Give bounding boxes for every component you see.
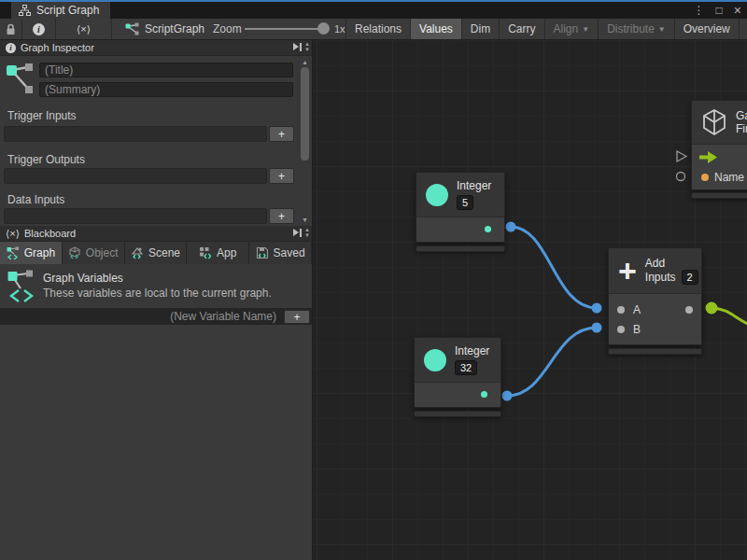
zoom-slider-handle[interactable] xyxy=(317,22,330,35)
tab-app-variables[interactable]: App xyxy=(187,242,249,264)
graph-name-label: ScriptGraph xyxy=(145,22,204,35)
trigger-inputs-empty-list xyxy=(4,126,267,142)
node-title-line1: GameObject xyxy=(736,109,747,122)
info-icon: i xyxy=(6,43,16,53)
data-inputs-label: Data Inputs xyxy=(7,193,64,206)
blackboard-toggle-button[interactable]: ⟨×⟩ xyxy=(56,19,112,39)
align-dropdown[interactable]: Align ▼ xyxy=(544,19,599,39)
graph-inspector-header: i Graph Inspector ▲▼ xyxy=(0,40,312,56)
node-integer-32[interactable]: Integer 32 xyxy=(414,337,501,408)
window-close-icon[interactable]: × xyxy=(734,2,741,19)
flow-arrow-icon[interactable] xyxy=(699,151,717,163)
port-row-a: A xyxy=(609,300,701,319)
overview-button[interactable]: Overview xyxy=(674,19,739,39)
port-b-label: B xyxy=(633,323,641,336)
trigger-outputs-empty-list xyxy=(4,168,267,184)
unconnected-flow-port-icon[interactable] xyxy=(677,151,686,161)
fullscreen-button[interactable]: Full Screen xyxy=(739,19,747,39)
connection-integer32-to-add-b[interactable] xyxy=(507,328,597,396)
node-title: Integer xyxy=(455,344,489,357)
variables-brackets-icon: ⟨×⟩ xyxy=(77,23,91,35)
name-port-row: Name xyxy=(692,167,747,188)
dock-panel-icon[interactable] xyxy=(293,43,302,51)
connection-integer5-to-add-a[interactable] xyxy=(511,227,597,308)
dock-panel-icon[interactable] xyxy=(293,229,302,237)
graph-breadcrumb[interactable]: ScriptGraph xyxy=(125,19,204,39)
node-footer xyxy=(691,192,747,199)
node-title: Integer xyxy=(457,179,491,192)
node-gameobject-find[interactable]: GameObject Find Name xyxy=(691,100,747,190)
tab-script-graph[interactable]: Script Graph xyxy=(11,2,110,19)
node-body: Name xyxy=(692,145,747,189)
edge-endpoint-dot[interactable] xyxy=(592,323,602,333)
window-maximize-icon[interactable]: □ xyxy=(716,2,723,19)
graph-variables-icon xyxy=(7,246,20,259)
node-header: + Add Inputs 2 xyxy=(609,248,701,294)
node-add[interactable]: + Add Inputs 2 A B xyxy=(608,247,702,345)
inspector-scrollbar[interactable]: ▲ ▼ xyxy=(299,56,311,226)
zoom-slider-track[interactable] xyxy=(245,28,325,30)
distribute-dropdown[interactable]: Distribute ▼ xyxy=(598,19,674,39)
scrollbar-thumb[interactable] xyxy=(301,67,309,161)
tab-graph-variables[interactable]: Graph xyxy=(0,242,63,264)
trigger-inputs-label: Trigger Inputs xyxy=(7,109,77,122)
add-icon: + xyxy=(618,257,637,285)
node-title: Add xyxy=(645,257,698,270)
add-variable-button[interactable]: + xyxy=(284,310,310,324)
tab-title: Script Graph xyxy=(36,4,99,17)
output-port-sum[interactable] xyxy=(685,306,693,314)
carry-button[interactable]: Carry xyxy=(499,19,543,39)
edge-endpoint-dot[interactable] xyxy=(592,303,602,314)
graph-summary-input[interactable] xyxy=(39,82,293,97)
add-trigger-output-button[interactable]: + xyxy=(269,168,294,184)
blackboard-header: ⟨×⟩ Blackboard ▲▼ xyxy=(0,226,312,242)
blackboard-title: Blackboard xyxy=(24,228,76,239)
script-graph-icon xyxy=(125,22,139,35)
scroll-mini-arrows[interactable]: ▲▼ xyxy=(304,227,310,238)
edge-endpoint-dot[interactable] xyxy=(506,222,516,232)
integer-output-port[interactable] xyxy=(481,391,487,398)
node-footer xyxy=(608,348,702,355)
sidebar: i Graph Inspector ▲▼ Trigger Inputs + Tr… xyxy=(0,40,313,560)
blackboard-empty-area xyxy=(0,325,312,560)
blackboard-tabs: Graph Object Scene xyxy=(0,242,312,264)
add-trigger-input-button[interactable]: + xyxy=(269,126,294,142)
relations-button[interactable]: Relations xyxy=(345,19,410,39)
node-integer-5[interactable]: Integer 5 xyxy=(416,172,505,243)
integer-icon xyxy=(426,184,448,206)
integer-value-field[interactable]: 5 xyxy=(457,195,473,210)
port-row-b: B xyxy=(609,319,701,339)
graph-variables-section-icon xyxy=(7,270,35,303)
script-graph-window: Script Graph ⋮ □ × i ⟨×⟩ xyxy=(0,0,747,560)
graph-title-input[interactable] xyxy=(39,63,293,77)
graph-inspector-title: Graph Inspector xyxy=(21,42,94,53)
inspector-toggle-button[interactable]: i xyxy=(22,19,56,39)
inputs-label: Inputs xyxy=(645,271,676,284)
unconnected-data-port-icon[interactable] xyxy=(677,173,685,181)
graph-canvas[interactable]: Integer 5 Integer 32 xyxy=(313,40,747,560)
scroll-up-icon[interactable]: ▲ xyxy=(299,58,311,66)
integer-output-port[interactable] xyxy=(485,226,491,232)
name-port-label: Name xyxy=(714,171,744,184)
tab-object-variables[interactable]: Object xyxy=(63,242,125,264)
lock-button[interactable] xyxy=(0,19,22,39)
add-data-input-button[interactable]: + xyxy=(269,208,294,224)
new-variable-input[interactable] xyxy=(0,309,280,324)
input-port-a[interactable] xyxy=(617,306,625,314)
scroll-down-icon[interactable]: ▼ xyxy=(299,216,311,224)
window-controls: ⋮ □ × xyxy=(694,2,741,19)
integer-value-field[interactable]: 32 xyxy=(455,360,477,375)
dim-button[interactable]: Dim xyxy=(461,19,499,39)
edge-endpoint-dot[interactable] xyxy=(706,302,718,315)
inputs-count-field[interactable]: 2 xyxy=(682,270,698,285)
tab-saved-variables[interactable]: Saved xyxy=(249,242,312,264)
graph-inspector-icon xyxy=(6,62,35,97)
node-footer xyxy=(414,411,501,417)
edge-endpoint-dot[interactable] xyxy=(502,391,513,401)
tab-scene-variables[interactable]: Scene xyxy=(125,242,188,264)
scroll-mini-arrows[interactable]: ▲▼ xyxy=(304,41,310,52)
name-input-port[interactable] xyxy=(701,174,709,181)
input-port-b[interactable] xyxy=(617,326,625,333)
values-button[interactable]: Values xyxy=(410,19,461,39)
window-menu-icon[interactable]: ⋮ xyxy=(694,2,705,19)
